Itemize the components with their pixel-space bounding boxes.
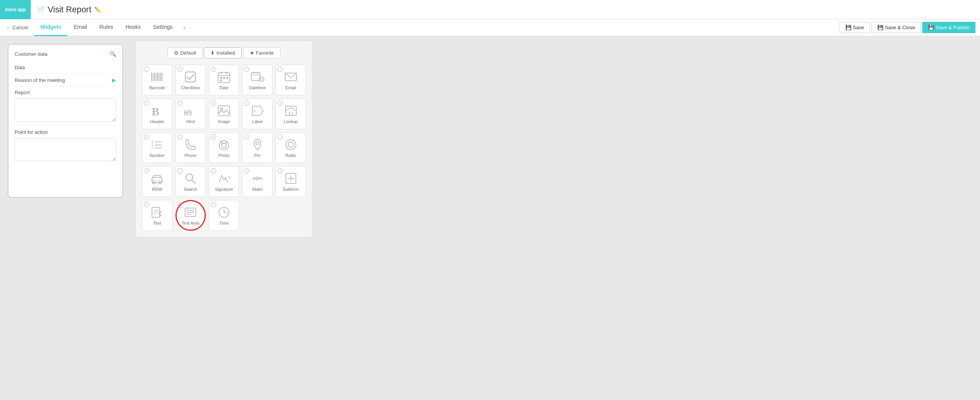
svg-text:H5: H5 [184,109,192,117]
widget-textarea[interactable]: i Text Area [175,200,206,231]
radio-label: Radio [285,153,296,158]
form-field-report: Report [15,87,116,126]
tab-rules[interactable]: Rules [93,19,119,36]
save-button[interactable]: 💾 Save [840,22,870,33]
form-field-reason[interactable]: Reason of the meeting ▶ [15,74,116,87]
svg-point-43 [256,142,259,145]
svg-text:B: B [152,105,159,118]
tab-default[interactable]: ⚙ Default [167,47,202,58]
widget-rdw[interactable]: i RDW [142,166,172,197]
svg-point-49 [186,174,193,181]
pin-icon [250,138,264,152]
info-icon: i [244,67,249,72]
image-label: Image [218,119,230,124]
widget-checkbox[interactable]: i Checkbox [175,65,206,95]
info-icon: i [144,67,149,72]
svg-point-29 [254,110,255,112]
tab-favorite[interactable]: ★ Favorite [243,47,280,58]
header-label: Header [150,119,164,124]
text-label: Text [153,221,161,225]
default-icon: ⚙ [174,50,179,56]
widget-barcode[interactable]: i Barcode [142,65,172,95]
cancel-button[interactable]: ← Cancel [0,19,34,36]
save-publish-button[interactable]: 💾 Save & Publish [922,22,975,33]
widget-subform[interactable]: i Subform [275,166,306,197]
tab-installed[interactable]: ⬇ Installed [204,47,241,58]
widget-phone[interactable]: i Phone [175,132,206,163]
widget-lookup[interactable]: i Lookup [275,98,306,129]
info-icon: i [177,67,183,72]
search-icon[interactable]: 🔍 [110,51,116,57]
info-icon: i [244,134,249,140]
widget-pin[interactable]: i Pin [242,132,272,163]
textarea-icon [184,205,197,219]
widget-signature[interactable]: i Signature [209,166,239,197]
svg-rect-2 [154,73,155,81]
save-close-button[interactable]: 💾 Save & Close [871,22,921,33]
widget-photo[interactable]: i Photo [209,132,239,163]
collapse-button[interactable]: ‹ [179,23,190,32]
widget-header[interactable]: i B Header [142,98,172,129]
widget-email[interactable]: i Email [275,65,306,95]
widget-date[interactable]: i Date [209,65,239,95]
widget-radio[interactable]: i Radio [275,132,306,163]
point-for-action-textarea[interactable] [15,138,116,161]
nav-bar: ← Cancel Widgets Email Rules Hooks Setti… [0,19,980,36]
rdw-icon [150,172,164,185]
lookup-icon [284,104,298,118]
date-label: Date [15,65,25,70]
widget-html[interactable]: i H5 Html [175,98,206,129]
image-icon [217,104,231,118]
info-icon: i [177,168,183,173]
info-icon: i [178,203,184,208]
widget-time[interactable]: i Time [209,200,239,231]
barcode-label: Barcode [149,85,165,90]
lookup-label: Lookup [284,119,298,124]
tab-hooks[interactable]: Hooks [119,19,147,36]
text-icon [150,205,164,219]
widget-slider[interactable]: i Slider [242,166,272,197]
form-preview: Customer data 🔍 Date Reason of the meeti… [8,44,123,198]
form-field-date[interactable]: Date [15,62,116,74]
point-for-action-label: Point for action [15,129,116,135]
edit-title-icon[interactable]: ✏️ [94,7,101,13]
favorite-label: Favorite [256,50,274,56]
date-label: Date [219,85,228,90]
report-textarea[interactable] [15,98,116,122]
number-icon: 1 2 3 [150,138,164,152]
widget-number[interactable]: i 1 2 3 Number [142,132,172,163]
tab-widgets[interactable]: Widgets [34,19,67,36]
slider-label: Slider [252,187,263,192]
photo-icon [217,138,231,152]
signature-icon [217,172,231,185]
html-label: Html [186,119,195,124]
form-field-point-for-action: Point for action [15,126,116,165]
default-label: Default [180,50,196,56]
phone-icon [184,138,197,152]
tab-settings[interactable]: Settings [147,19,179,36]
tab-email[interactable]: Email [67,19,93,36]
svg-rect-13 [220,77,222,79]
signature-label: Signature [215,187,233,192]
time-label: Time [219,221,229,225]
email-icon [284,70,298,84]
info-icon: i [177,100,183,106]
svg-rect-16 [220,80,222,82]
svg-rect-3 [156,73,157,81]
widget-text[interactable]: i Text [142,200,172,231]
widget-search[interactable]: i Search [175,166,206,197]
favorite-icon: ★ [250,50,254,56]
phone-label: Phone [184,153,197,158]
svg-rect-15 [226,77,228,79]
widget-grid: i Barcode i [142,65,306,231]
label-label: Label [252,119,262,124]
checkbox-label: Checkbox [181,85,200,90]
info-icon: i [277,67,283,72]
top-actions: 💾 Save 💾 Save & Close 💾 Save & Publish [840,22,980,33]
info-icon: i [277,100,283,106]
form-preview-wrapper: Customer data 🔍 Date Reason of the meeti… [0,36,131,400]
widget-image[interactable]: i Image [209,98,239,129]
widget-datetime[interactable]: i Datetime [242,65,272,95]
widget-label[interactable]: i Label [242,98,272,129]
datetime-label: Datetime [249,85,266,90]
